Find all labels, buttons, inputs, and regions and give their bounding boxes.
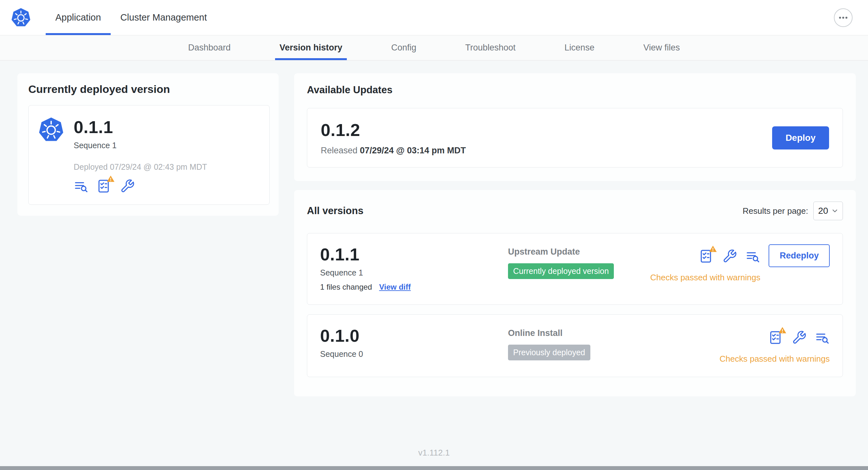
- right-column: Available Updates 0.1.2 Released 07/29/2…: [294, 73, 856, 396]
- release-notes-icon[interactable]: [815, 330, 830, 345]
- currently-deployed-card: Currently deployed version: [18, 73, 279, 216]
- bottom-edge-strip: [0, 466, 868, 470]
- results-per-page: Results per page: 20: [743, 202, 843, 220]
- warning-triangle-icon: [709, 245, 717, 253]
- results-per-page-label: Results per page:: [743, 206, 808, 216]
- top-tabs: Application Cluster Management: [46, 0, 217, 35]
- row-action-icons: [769, 330, 830, 345]
- previously-deployed-badge: Previously deployed: [508, 345, 590, 360]
- tab-application[interactable]: Application: [46, 0, 111, 35]
- top-header: Application Cluster Management: [0, 0, 868, 35]
- admin-console-version: v1.112.1: [418, 448, 450, 458]
- section-nav: Dashboard Version history Config Trouble…: [0, 35, 868, 61]
- deploy-button[interactable]: Deploy: [772, 126, 829, 149]
- files-changed-label: 1 files changed: [320, 282, 372, 292]
- release-notes-icon[interactable]: [745, 249, 760, 264]
- nav-version-history[interactable]: Version history: [275, 35, 347, 60]
- deployed-sequence: Sequence 1: [74, 141, 207, 150]
- row-version-number: 0.1.0: [320, 326, 508, 345]
- results-per-page-select[interactable]: 20: [813, 202, 843, 220]
- available-updates-card: Available Updates 0.1.2 Released 07/29/2…: [294, 73, 856, 181]
- warning-triangle-icon: [778, 326, 786, 334]
- main-content: Currently deployed version: [0, 61, 868, 396]
- update-version-number: 0.1.2: [321, 120, 466, 140]
- deployed-version-card: 0.1.1 Sequence 1 Deployed 07/29/24 @ 02:…: [28, 105, 270, 205]
- nav-dashboard[interactable]: Dashboard: [184, 35, 235, 60]
- config-wrench-icon[interactable]: [722, 249, 737, 264]
- nav-view-files[interactable]: View files: [639, 35, 685, 60]
- deployed-action-icons: [74, 179, 207, 194]
- preflight-checks-icon[interactable]: [97, 179, 112, 194]
- ellipsis-icon: [838, 12, 849, 23]
- row-sequence: Sequence 1: [320, 268, 508, 277]
- nav-config[interactable]: Config: [387, 35, 421, 60]
- row-version-number: 0.1.1: [320, 244, 508, 264]
- release-notes-icon[interactable]: [74, 179, 89, 194]
- page: Application Cluster Management Dashboard…: [0, 0, 868, 470]
- nav-troubleshoot[interactable]: Troubleshoot: [461, 35, 520, 60]
- version-source-label: Online Install: [508, 328, 590, 338]
- chevron-down-icon: [831, 207, 839, 215]
- config-wrench-icon[interactable]: [120, 179, 135, 194]
- view-diff-link[interactable]: View diff: [379, 282, 410, 292]
- deployed-version-number: 0.1.1: [74, 117, 207, 137]
- page-footer: v1.112.1: [0, 448, 868, 466]
- checks-status-text: Checks passed with warnings: [650, 273, 761, 282]
- all-versions-header: All versions Results per page: 20: [307, 202, 843, 220]
- all-versions-title: All versions: [307, 205, 364, 217]
- version-row: 0.1.0 Sequence 0 Online Install Previous…: [307, 314, 843, 377]
- redeploy-button[interactable]: Redeploy: [769, 244, 830, 267]
- currently-deployed-title: Currently deployed version: [28, 83, 270, 96]
- update-card: 0.1.2 Released 07/29/24 @ 03:14 pm MDT D…: [307, 108, 843, 167]
- kubernetes-version-icon: [38, 117, 64, 143]
- row-action-icons: [699, 249, 760, 264]
- version-row: 0.1.1 Sequence 1 1 files changed View di…: [307, 233, 843, 305]
- preflight-checks-icon[interactable]: [699, 249, 714, 264]
- tab-application-label: Application: [55, 12, 101, 23]
- preflight-checks-icon[interactable]: [769, 330, 783, 345]
- available-updates-title: Available Updates: [307, 84, 843, 96]
- deployed-status-badge: Currently deployed version: [508, 263, 614, 279]
- config-wrench-icon[interactable]: [792, 330, 807, 345]
- tab-cluster-management-label: Cluster Management: [120, 12, 207, 23]
- kubernetes-logo-icon: [11, 0, 31, 35]
- row-sequence: Sequence 0: [320, 349, 508, 359]
- overflow-menu-button[interactable]: [834, 8, 852, 27]
- warning-triangle-icon: [106, 175, 115, 182]
- version-source-label: Upstream Update: [508, 247, 614, 257]
- all-versions-card: All versions Results per page: 20: [294, 190, 856, 396]
- update-released-date: 07/29/24 @ 03:14 pm MDT: [360, 146, 466, 155]
- checks-status-text: Checks passed with warnings: [720, 354, 830, 364]
- nav-license[interactable]: License: [560, 35, 599, 60]
- tab-cluster-management[interactable]: Cluster Management: [111, 0, 217, 35]
- deployed-date: Deployed 07/29/24 @ 02:43 pm MDT: [74, 162, 207, 172]
- update-released-line: Released 07/29/24 @ 03:14 pm MDT: [321, 146, 466, 156]
